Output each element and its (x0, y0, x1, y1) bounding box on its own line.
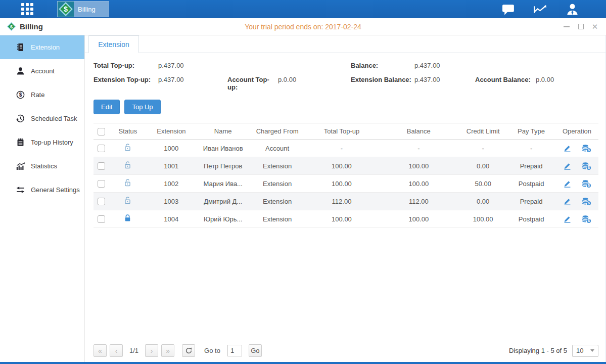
svg-text:$: $ (64, 5, 68, 13)
app-grid-icon[interactable] (19, 1, 36, 18)
select-all-checkbox[interactable] (98, 128, 105, 135)
row-checkbox[interactable] (98, 180, 105, 188)
column-header: Credit Limit (459, 123, 507, 140)
bottom-edge-strip (0, 362, 606, 364)
row-checkbox[interactable] (98, 145, 105, 152)
cell-extension: 1000 (146, 140, 197, 157)
statistics-icon (16, 162, 25, 171)
cell-extension: 1004 (146, 210, 197, 228)
maximize-button[interactable] (577, 23, 585, 31)
billing-app-screen: $ Billing $ Billing Your trial period en… (0, 0, 606, 364)
svg-text:$: $ (588, 184, 590, 188)
table-row: 1001 Петр Петров Extension 100.00 100.00… (94, 157, 598, 175)
topup-coins-icon[interactable]: $ (582, 144, 591, 153)
column-header: Extension (146, 123, 197, 140)
sidebar-item-rate[interactable]: $ Rate (0, 83, 84, 107)
cell-pay-type: Prepaid (507, 157, 555, 175)
edit-pencil-icon[interactable] (563, 215, 572, 223)
cell-credit-limit: 0.00 (459, 157, 507, 175)
go-button[interactable]: Go (249, 344, 262, 357)
prev-page-button[interactable]: ‹ (110, 344, 123, 357)
cell-extension: 1001 (146, 157, 197, 175)
taskbar-item-billing[interactable]: $ Billing (57, 1, 109, 17)
row-checkbox[interactable] (98, 215, 105, 223)
cell-total-topup: 100.00 (305, 210, 379, 228)
refresh-icon[interactable] (182, 344, 195, 357)
sidebar-item-label: Statistics (31, 162, 57, 170)
column-header: Name (197, 123, 250, 140)
page-size-select[interactable]: 10 (572, 345, 598, 357)
first-page-button[interactable]: « (94, 344, 107, 357)
cell-name: Дмитрий Д... (197, 193, 250, 210)
account-user-icon[interactable] (565, 3, 580, 16)
lock-closed-icon (123, 214, 132, 222)
select-all-header (94, 123, 110, 140)
topup-coins-icon[interactable]: $ (582, 215, 591, 223)
extension-topup: Extension Top-up: p.437.00 (94, 76, 227, 91)
svg-text:$: $ (588, 219, 590, 223)
sidebar-item-statistics[interactable]: Statistics (0, 154, 84, 178)
account-balance: Account Balance: p.0.00 (475, 76, 597, 91)
column-header: Operation (555, 123, 598, 140)
cell-total-topup: 100.00 (305, 157, 379, 175)
edit-button[interactable]: Edit (94, 100, 120, 114)
page-indicator: 1/1 (129, 347, 138, 354)
edit-pencil-icon[interactable] (563, 162, 572, 170)
action-buttons: Edit Top Up (85, 91, 605, 114)
cell-balance: 112.00 (378, 193, 459, 210)
messages-icon[interactable] (501, 3, 516, 16)
tab-extension[interactable]: Extension (88, 35, 139, 53)
balance: Balance: p.437.00 (351, 62, 475, 69)
sidebar-item-extension[interactable]: Extension (0, 35, 84, 59)
window-titlebar: $ Billing Your trial period ends on: 201… (0, 18, 606, 35)
rate-icon: $ (16, 90, 25, 100)
extension-table-wrap: Status Extension Name Charged From Total… (85, 114, 605, 228)
svg-text:$: $ (19, 92, 22, 98)
chevron-down-icon (590, 349, 594, 352)
cell-charged-from: Extension (250, 193, 305, 210)
row-checkbox[interactable] (98, 198, 105, 205)
close-button[interactable]: ✕ (591, 23, 599, 31)
top-up-button[interactable]: Top Up (124, 100, 160, 114)
window-title-group: $ Billing (7, 22, 43, 31)
ledger-icon (16, 43, 25, 52)
sidebar-item-label: Account (31, 67, 55, 75)
goto-page-input[interactable] (227, 345, 242, 356)
cell-total-topup: - (305, 140, 379, 157)
cell-total-topup: 100.00 (305, 175, 379, 193)
cell-credit-limit: 100.00 (459, 210, 507, 228)
cell-charged-from: Extension (250, 157, 305, 175)
lock-open-icon (123, 161, 132, 169)
edit-pencil-icon[interactable] (563, 179, 572, 188)
window-controls: ✕ (563, 23, 599, 31)
cell-credit-limit: 50.00 (459, 175, 507, 193)
cell-balance: - (378, 140, 459, 157)
main-content: Extension Total Top-up: p.437.00 Balance… (85, 35, 606, 362)
minimize-button[interactable] (563, 23, 571, 31)
topup-coins-icon[interactable]: $ (582, 162, 591, 170)
sidebar-item-scheduled-task[interactable]: Scheduled Task (0, 107, 84, 130)
edit-pencil-icon[interactable] (563, 144, 572, 153)
window-title: Billing (20, 22, 43, 31)
column-header: Total Top-up (305, 123, 379, 140)
topup-coins-icon[interactable]: $ (582, 197, 591, 206)
table-row: 1002 Мария Ива... Extension 100.00 100.0… (94, 175, 598, 193)
sidebar-item-account[interactable]: Account (0, 59, 84, 83)
cell-charged-from: Account (250, 140, 305, 157)
cell-balance: 100.00 (378, 210, 459, 228)
reports-icon[interactable] (533, 3, 548, 16)
edit-pencil-icon[interactable] (563, 197, 572, 206)
next-page-button[interactable]: › (145, 344, 158, 357)
sidebar-item-general-settings[interactable]: General Settings (0, 178, 84, 202)
table-header-row: Status Extension Name Charged From Total… (94, 123, 598, 140)
topup-coins-icon[interactable]: $ (582, 179, 591, 188)
row-checkbox[interactable] (98, 162, 105, 170)
topup-history-icon (16, 138, 25, 147)
balance-summary: Total Top-up: p.437.00 Balance: p.437.00… (85, 53, 605, 91)
cell-credit-limit: 0.00 (459, 193, 507, 210)
last-page-button[interactable]: » (161, 344, 174, 357)
sidebar-item-topup-history[interactable]: Top-up History (0, 130, 84, 154)
taskbar-item-label: Billing (78, 6, 96, 13)
cell-pay-type: Prepaid (507, 193, 555, 210)
sidebar-item-label: Extension (31, 43, 60, 51)
